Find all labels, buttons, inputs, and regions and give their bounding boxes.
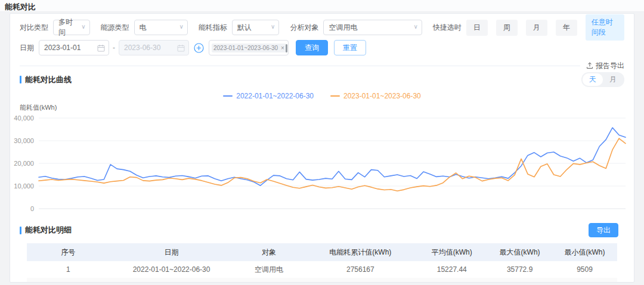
table-cell: 35772.9 [487, 265, 552, 274]
table-cell: 2 [27, 282, 110, 283]
detail-table: 序号日期对象电能耗累计值(kWh)平均值(kWh)最大值(kWh)最小值(kWh… [27, 243, 617, 283]
main-panel: 对比类型 多时间 ∨ 能源类型 电 ∨ 能耗指标 默认 ∨ 分析对象 空调用电 … [10, 13, 634, 283]
energy-type-value: 电 [140, 23, 147, 33]
section-title-bar [20, 227, 21, 234]
table-row: 22023-01-01~2023-06-30空调用电2436857.711346… [27, 278, 617, 283]
table-cell: 2756167 [304, 265, 416, 274]
table-cell: 2436857.71 [304, 282, 416, 283]
compare-type-value: 多时间 [58, 17, 78, 38]
table-header-cell: 对象 [233, 247, 304, 258]
add-time-range-button[interactable] [194, 43, 204, 53]
energy-type-select[interactable]: 电 ∨ [134, 20, 188, 35]
time-range-tag: 2023-01-01~2023-06-30 × [212, 44, 286, 52]
date-range-separator: - [113, 44, 115, 52]
circle-plus-icon [194, 43, 204, 53]
quick-time-button[interactable]: 日 [466, 20, 488, 36]
end-date-value: 2023-06-30 [124, 44, 160, 52]
table-cell: 2023-01-01~2023-06-30 [110, 282, 234, 283]
toggle-day-button[interactable]: 天 [583, 73, 603, 86]
end-date-input[interactable]: 2023-06-30 [119, 40, 189, 55]
report-export-link[interactable]: 报告导出 [586, 61, 624, 71]
svg-text:0: 0 [30, 205, 34, 212]
table-export-button[interactable]: 导出 [589, 223, 618, 237]
filter-row-2: 日期 2023-01-01 - 2023-06-30 2023-01-01~20… [10, 40, 634, 55]
table-cell: 空调用电 [233, 281, 304, 283]
table-cell: 13463.3 [416, 282, 487, 283]
tag-box-scrollbar[interactable] [286, 44, 287, 52]
analysis-object-value: 空调用电 [329, 23, 357, 33]
table-header-cell: 电能耗累计值(kWh) [304, 247, 416, 258]
table-cell: 空调用电 [233, 265, 304, 275]
energy-indicator-value: 默认 [237, 23, 252, 33]
table-cell: 15227.44 [416, 265, 487, 274]
start-date-input[interactable]: 2023-01-01 [39, 40, 109, 55]
legend-label: 2022-01-01~2022-06-30 [236, 92, 314, 100]
table-header-row: 序号日期对象电能耗累计值(kWh)平均值(kWh)最大值(kWh)最小值(kWh… [27, 243, 617, 261]
divider-row: 报告导出 [10, 60, 634, 71]
compare-type-select[interactable]: 多时间 ∨ [53, 20, 90, 35]
svg-text:40,000: 40,000 [14, 114, 34, 122]
table-section-title-text: 能耗对比明细 [25, 225, 72, 236]
table-header-cell: 序号 [27, 247, 110, 258]
chart-legend: 2022-01-01~2022-06-302023-01-01~2023-06-… [10, 92, 634, 100]
line-chart: 能耗值(kWh)010,00020,00030,00040,000 [10, 103, 634, 217]
query-button[interactable]: 查询 [296, 40, 328, 55]
date-label: 日期 [20, 43, 34, 53]
start-date-value: 2023-01-01 [44, 44, 80, 52]
table-header-cell: 最大值(kWh) [487, 247, 552, 258]
legend-marker [223, 95, 233, 97]
quick-time-button[interactable]: 月 [526, 20, 547, 36]
filter-row-1: 对比类型 多时间 ∨ 能源类型 电 ∨ 能耗指标 默认 ∨ 分析对象 空调用电 … [10, 20, 634, 35]
legend-label: 2023-01-01~2023-06-30 [343, 92, 421, 100]
legend-item[interactable]: 2022-01-01~2022-06-30 [223, 92, 314, 100]
chart-section-title-text: 能耗对比曲线 [25, 75, 72, 85]
report-export-label: 报告导出 [596, 61, 624, 71]
legend-item[interactable]: 2023-01-01~2023-06-30 [330, 92, 421, 100]
page-title: 能耗对比 [5, 2, 36, 11]
table-row: 12022-01-01~2022-06-30空调用电275616715227.4… [27, 261, 617, 278]
time-range-tag-text: 2023-01-01~2023-06-30 [213, 45, 278, 51]
svg-text:10,000: 10,000 [14, 182, 34, 190]
chevron-down-icon: ∨ [414, 23, 418, 30]
table-header-cell: 最小值(kWh) [552, 247, 617, 258]
toggle-month-button[interactable]: 月 [603, 73, 623, 86]
any-time-range-button[interactable]: 任意时间段 [586, 14, 624, 41]
reset-button[interactable]: 重置 [334, 40, 366, 55]
quick-time-label: 快捷选时 [433, 23, 462, 33]
table-cell: 31001.5 [487, 282, 552, 283]
table-body: 12022-01-01~2022-06-30空调用电275616715227.4… [27, 261, 617, 283]
table-cell: 1 [27, 265, 110, 274]
analysis-object-select[interactable]: 空调用电 ∨ [323, 20, 422, 35]
table-header-cell: 平均值(kWh) [416, 247, 487, 258]
quick-time-button[interactable]: 周 [496, 20, 518, 36]
time-range-tag-box: 2023-01-01~2023-06-30 × [209, 40, 289, 55]
energy-indicator-label: 能耗指标 [199, 23, 227, 33]
chart-canvas: 能耗值(kWh)010,00020,00030,00040,000 [10, 103, 631, 217]
table-header-cell: 日期 [110, 247, 234, 258]
quick-time-button[interactable]: 年 [556, 20, 577, 36]
chevron-down-icon: ∨ [271, 23, 275, 30]
table-section-title: 能耗对比明细 [20, 225, 72, 236]
compare-type-label: 对比类型 [20, 23, 48, 33]
analysis-object-label: 分析对象 [290, 23, 318, 33]
chevron-down-icon: ∨ [179, 23, 183, 30]
legend-marker [330, 95, 340, 97]
calendar-icon [177, 44, 185, 52]
svg-text:能耗值(kWh): 能耗值(kWh) [20, 104, 57, 111]
granularity-toggle: 天 月 [581, 72, 624, 87]
quick-time-buttons: 日周月年 [466, 20, 586, 36]
energy-indicator-select[interactable]: 默认 ∨ [232, 20, 280, 35]
chart-section-head: 能耗对比曲线 天 月 [10, 72, 634, 87]
energy-type-label: 能源类型 [101, 23, 129, 33]
divider [20, 66, 580, 66]
top-bar: 能耗对比 [0, 0, 644, 12]
chart-section-title: 能耗对比曲线 [20, 75, 72, 85]
table-cell: 7852.2 [552, 282, 617, 283]
table-section-head: 能耗对比明细 导出 [10, 223, 634, 237]
calendar-icon [97, 44, 105, 52]
table-cell: 9509 [552, 265, 617, 274]
tag-close-icon[interactable]: × [281, 45, 284, 51]
upload-icon [586, 62, 593, 69]
svg-text:20,000: 20,000 [14, 160, 34, 167]
section-title-bar [20, 76, 21, 83]
